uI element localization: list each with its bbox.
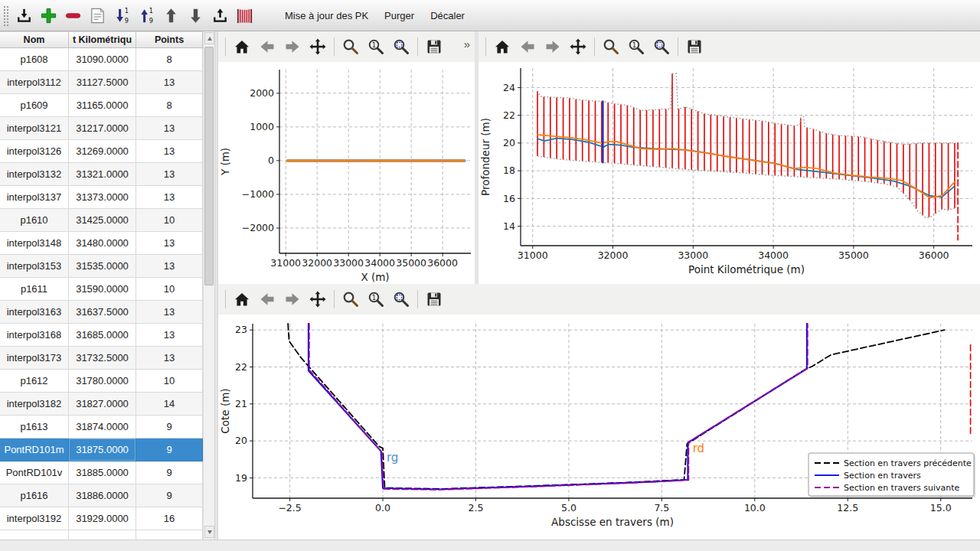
- purge-button[interactable]: Purger: [377, 3, 422, 28]
- back-button[interactable]: [516, 35, 539, 58]
- table-cell: PontRD101v: [0, 461, 69, 484]
- export-button[interactable]: [208, 3, 232, 28]
- table-row[interactable]: interpol312131217.000013: [0, 117, 203, 140]
- table-row[interactable]: PontRD101v31885.00009: [0, 461, 203, 484]
- table-row[interactable]: interpol318231827.000014: [0, 393, 203, 416]
- sections-panel: Nom t Kilométriqu Points p160831090.0000…: [0, 31, 214, 540]
- move-up-button[interactable]: [159, 3, 183, 28]
- table-scrollbar[interactable]: [203, 31, 214, 540]
- toolbar-separator: [594, 37, 595, 56]
- pan-button[interactable]: [306, 35, 329, 58]
- column-header-nom[interactable]: Nom: [0, 31, 69, 48]
- sort-ascending-button[interactable]: [135, 3, 158, 28]
- svg-text:21: 21: [235, 398, 247, 409]
- table-cell: interpol3132: [0, 163, 69, 186]
- application-window: Mise à jour des PK Purger Décaler Nom t …: [0, 0, 980, 551]
- table-row[interactable]: p161231780.000010: [0, 370, 203, 393]
- svg-text:31000: 31000: [518, 249, 548, 261]
- table-row[interactable]: p161031425.000010: [0, 209, 203, 232]
- pan-button[interactable]: [567, 35, 590, 58]
- table-cell: 8: [136, 48, 203, 71]
- zoom-original-button[interactable]: [364, 35, 387, 58]
- table-row[interactable]: p160831090.00008: [0, 48, 203, 71]
- column-header-point-kilometrique[interactable]: t Kilométriqu: [69, 31, 136, 48]
- table-cell: 16: [136, 507, 203, 530]
- table-cell: p1611: [0, 278, 69, 301]
- zoom-selection-button[interactable]: [650, 35, 673, 58]
- plan-chart[interactable]: 310003200033000340003500036000−2000−1000…: [218, 62, 475, 284]
- toolbar-drag-handle[interactable]: [2, 5, 9, 26]
- svg-text:0.0: 0.0: [375, 502, 390, 514]
- home-button[interactable]: [230, 288, 253, 311]
- home-button[interactable]: [491, 35, 514, 58]
- save-icon: [425, 290, 443, 308]
- table-row[interactable]: interpol317331732.500013: [0, 347, 203, 370]
- table-row[interactable]: p161131590.000010: [0, 278, 203, 301]
- back-icon: [258, 37, 276, 56]
- table-row[interactable]: interpol313731373.000013: [0, 186, 203, 209]
- table-cell: 31269.0000: [69, 140, 136, 163]
- table-cell: 31874.0000: [69, 416, 136, 439]
- zoom-original-button[interactable]: [625, 35, 648, 58]
- pan-button[interactable]: [306, 288, 329, 311]
- table-row[interactable]: p161631886.00009: [0, 484, 203, 507]
- sort-descending-button[interactable]: [110, 3, 134, 28]
- sort-numeric-asc-icon: [137, 6, 156, 25]
- remove-section-button[interactable]: [61, 3, 85, 28]
- scrollbar-thumb[interactable]: [204, 47, 214, 285]
- zoom-button[interactable]: [599, 35, 622, 58]
- table-row[interactable]: interpol311231127.500013: [0, 71, 203, 94]
- table-row[interactable]: interpol315331535.000013: [0, 255, 203, 278]
- scroll-up-button[interactable]: [204, 32, 214, 44]
- table-row[interactable]: interpol312631269.000013: [0, 140, 203, 163]
- save-button[interactable]: [423, 288, 446, 311]
- import-button[interactable]: [12, 3, 36, 28]
- zoom-selection-button[interactable]: [390, 288, 413, 311]
- back-button[interactable]: [256, 288, 279, 311]
- zoom-selection-button[interactable]: [390, 35, 413, 58]
- table-cell: interpol3148: [0, 232, 69, 255]
- save-button[interactable]: [423, 35, 446, 58]
- table-row[interactable]: interpol313231321.000013: [0, 163, 203, 186]
- table-cell: 31685.0000: [69, 324, 136, 347]
- table-cell: interpol3112: [0, 71, 69, 94]
- update-pk-button[interactable]: Mise à jour des PK: [277, 3, 376, 28]
- table-row[interactable]: interpol316831685.000013: [0, 324, 203, 347]
- back-button[interactable]: [256, 35, 279, 58]
- forward-button[interactable]: [281, 288, 304, 311]
- table-cell: 31827.0000: [69, 393, 136, 416]
- forward-button[interactable]: [541, 35, 564, 58]
- table-row[interactable]: PontRD101m31875.00009: [0, 439, 203, 461]
- column-header-points[interactable]: Points: [136, 31, 203, 48]
- import-icon: [15, 6, 34, 25]
- forward-button[interactable]: [281, 35, 304, 58]
- cross-sections-button[interactable]: [233, 3, 256, 28]
- table-cell: interpol3182: [0, 393, 69, 416]
- scroll-down-button[interactable]: [204, 526, 214, 538]
- add-section-button[interactable]: [37, 3, 60, 28]
- save-icon: [425, 37, 443, 56]
- table-cell: 9: [136, 439, 203, 461]
- table-cell: p1613: [0, 416, 69, 439]
- status-bar: [0, 540, 980, 551]
- toolbar-overflow-chevron[interactable]: »: [464, 37, 470, 51]
- table-cell: 31535.0000: [69, 255, 136, 278]
- save-button[interactable]: [683, 35, 706, 58]
- profile-chart[interactable]: 3100032000330003400035000360001416182022…: [479, 62, 980, 284]
- table-row[interactable]: interpol319231929.000016: [0, 507, 203, 530]
- table-row[interactable]: p161331874.00009: [0, 416, 203, 439]
- plan-plot-toolbar: »: [218, 31, 475, 62]
- edit-note-button[interactable]: [86, 3, 109, 28]
- svg-text:33000: 33000: [678, 249, 708, 261]
- home-button[interactable]: [230, 35, 253, 58]
- zoom-button[interactable]: [339, 288, 362, 311]
- table-row[interactable]: interpol314831480.000013: [0, 232, 203, 255]
- zoom-original-button[interactable]: [364, 288, 387, 311]
- forward-icon: [544, 37, 562, 56]
- section-chart[interactable]: −2.50.02.55.07.510.012.515.01920212223rg…: [218, 315, 980, 540]
- zoom-button[interactable]: [339, 35, 362, 58]
- table-row[interactable]: p160931165.00008: [0, 94, 203, 117]
- shift-button[interactable]: Décaler: [423, 3, 472, 28]
- move-down-button[interactable]: [184, 3, 207, 28]
- table-row[interactable]: interpol316331637.500013: [0, 301, 203, 324]
